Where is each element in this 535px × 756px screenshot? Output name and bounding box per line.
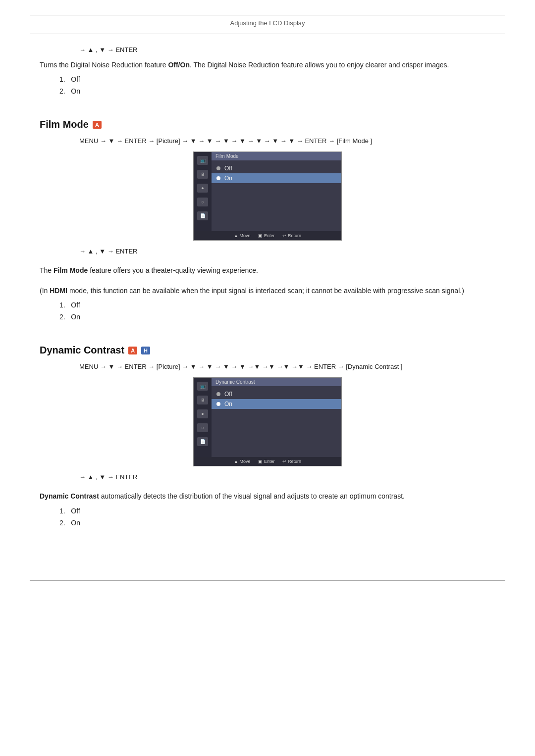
film-mode-screen-body: Off On [212, 160, 341, 186]
intro-list-item-2: 2. On [59, 87, 495, 95]
dynamic-contrast-nav: MENU → ▼ → ENTER → [Picture] → ▼ → ▼ → ▼… [79, 363, 495, 370]
intro-body-text: Turns the Digital Noise Reduction featur… [40, 59, 495, 70]
film-mode-badge-a: A [93, 121, 102, 129]
page-title: Adjusting the LCD Display [230, 19, 305, 27]
icon-monitor: 🖥 [197, 170, 208, 179]
dc-screen-body: Off On [212, 386, 341, 412]
dc-screen-title: Dynamic Contrast [212, 378, 341, 386]
intro-list-item-1: 1. Off [59, 75, 495, 83]
icon-doc: 📄 [197, 211, 208, 220]
icon-tv-dc: 📺 [197, 382, 208, 391]
dynamic-contrast-badge-a: A [128, 347, 137, 354]
film-mode-nav: MENU → ▼ → ENTER → [Picture] → ▼ → ▼ → ▼… [79, 137, 495, 145]
footer-return-dc: ↩ Return [282, 459, 301, 464]
dc-off-label: Off [224, 391, 232, 398]
dc-main-area: Dynamic Contrast Off On [212, 378, 341, 412]
film-mode-screen-footer: ▲ Move ▣ Enter ↩ Return [194, 231, 341, 240]
intro-list-num-1: 1. Off [59, 75, 80, 83]
film-mode-screen: 📺 🖥 ● ○ 📄 Film Mode Off On [193, 151, 342, 241]
dc-arrow-nav: → ▲ , ▼ → ENTER [79, 473, 495, 481]
icon-circle1: ● [197, 184, 208, 193]
film-mode-arrow-nav: → ▲ , ▼ → ENTER [79, 248, 495, 255]
film-mode-desc2: (In HDMI mode, this function can be avai… [40, 285, 495, 296]
screen-icons-col-film: 📺 🖥 ● ○ 📄 [194, 152, 212, 240]
film-mode-bold1: Film Mode [54, 266, 88, 274]
bottom-rule [30, 580, 505, 581]
dc-desc1: Dynamic Contrast automatically detects t… [40, 491, 495, 502]
dynamic-contrast-heading: Dynamic Contrast A H [40, 345, 495, 356]
intro-list-num-2: 2. On [59, 87, 80, 95]
footer-enter-dc: ▣ Enter [258, 459, 274, 464]
film-mode-desc1: The Film Mode feature offers you a theat… [40, 265, 495, 276]
dot-on-film [216, 176, 220, 180]
footer-move-dc: ▲ Move [234, 459, 250, 464]
dot-off-dc [216, 392, 220, 396]
icon-circle1-dc: ● [197, 409, 208, 418]
page-container: Adjusting the LCD Display → ▲ , ▼ → ENTE… [0, 15, 535, 756]
dc-list-item-2: 2. On [59, 519, 495, 527]
film-off-label: Off [224, 165, 232, 172]
film-mode-title: Film Mode [40, 119, 89, 130]
dynamic-contrast-title: Dynamic Contrast [40, 345, 124, 356]
dynamic-contrast-screen: 📺 🖥 ● ○ 📄 Dynamic Contrast Off On [193, 377, 342, 466]
film-mode-screen-title: Film Mode [212, 152, 341, 160]
dc-bold1: Dynamic Contrast [40, 492, 99, 500]
dot-on-dc [216, 402, 220, 406]
dynamic-contrast-badge-h: H [141, 347, 150, 354]
dc-option-off: Off [212, 389, 341, 399]
film-list-item-1: 1. Off [59, 301, 495, 309]
footer-move-film: ▲ Move [234, 233, 250, 238]
film-mode-main-area: Film Mode Off On [212, 152, 341, 186]
intro-bold: Off/On [168, 61, 190, 69]
icon-monitor-dc: 🖥 [197, 396, 208, 404]
film-mode-heading: Film Mode A [40, 119, 495, 130]
icon-circle2-dc: ○ [197, 423, 208, 432]
film-list-item-2: 2. On [59, 313, 495, 321]
intro-nav-formula: → ▲ , ▼ → ENTER [79, 46, 495, 53]
dc-option-on: On [212, 399, 341, 409]
film-mode-hdmi-bold: HDMI [50, 287, 67, 295]
film-mode-option-on: On [212, 173, 341, 183]
film-on-label: On [224, 175, 232, 182]
dc-screen-footer: ▲ Move ▣ Enter ↩ Return [194, 457, 341, 466]
icon-doc-dc: 📄 [197, 437, 208, 446]
dc-list-item-1: 1. Off [59, 507, 495, 515]
icon-tv: 📺 [197, 156, 208, 165]
dot-off-film [216, 166, 220, 170]
page-header: Adjusting the LCD Display [30, 15, 505, 34]
icon-circle2: ○ [197, 198, 208, 206]
content-area: → ▲ , ▼ → ENTER Turns the Digital Noise … [40, 34, 495, 560]
footer-enter-film: ▣ Enter [258, 233, 274, 238]
footer-return-film: ↩ Return [282, 233, 301, 238]
dc-on-label: On [224, 401, 232, 407]
film-mode-option-off: Off [212, 163, 341, 173]
screen-icons-col-dc: 📺 🖥 ● ○ 📄 [194, 378, 212, 466]
